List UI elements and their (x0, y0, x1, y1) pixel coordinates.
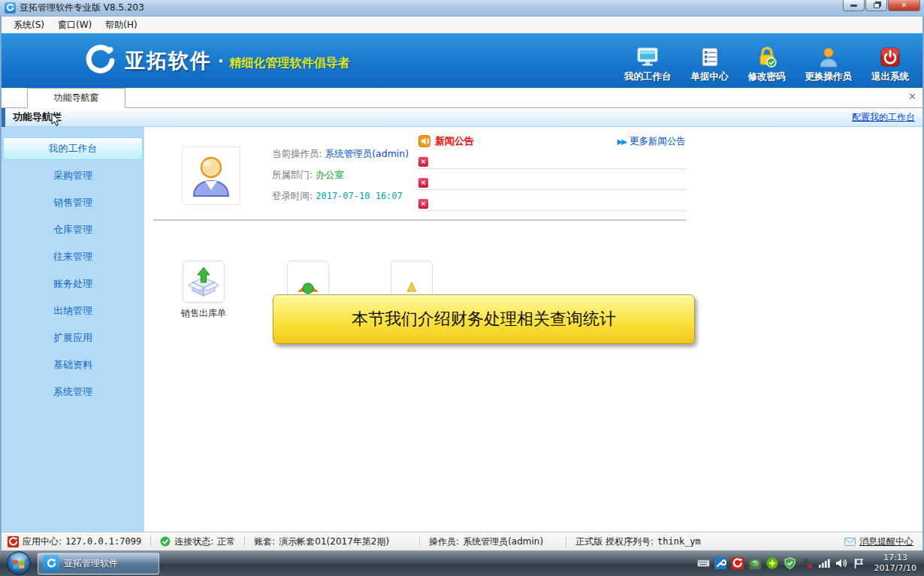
app-center-status: 应用中心: 127.0.0.1:7099 (8, 535, 141, 548)
tab-close-icon[interactable]: ✕ (908, 92, 916, 101)
windows-taskbar: 亚拓管理软件 (0, 550, 924, 576)
menu-help[interactable]: 帮助(H) (99, 17, 143, 33)
keyboard-icon[interactable] (697, 557, 710, 570)
sidebar-item-base-data[interactable]: 基础资料 (3, 354, 143, 376)
tutorial-callout: 本节我们介绍财务处理相关查询统计 (273, 294, 695, 344)
taskbar-app-icon (43, 555, 59, 571)
menu-bar: 系统(S) 窗口(W) 帮助(H) (2, 17, 922, 33)
license-serial: think_ym (657, 536, 701, 547)
menu-window[interactable]: 窗口(W) (52, 17, 98, 33)
window-frame: 系统(S) 窗口(W) 帮助(H) 亚拓软件 · 精细化管理软件倡导者 我的工作… (0, 17, 924, 550)
toolbar-switch-operator[interactable]: 更换操作员 (805, 46, 853, 83)
volume-icon[interactable] (835, 557, 848, 570)
application-window: 亚拓管理软件专业版 V8.5.203 ✕ 系统(S) 窗口(W) 帮助(H) 亚… (0, 0, 924, 576)
taskbar-app-button[interactable]: 亚拓管理软件 (38, 553, 159, 574)
tab-function-navigation[interactable]: 功能导航窗 (27, 88, 125, 108)
configure-workbench-link[interactable]: 配置我的工作台 (852, 111, 915, 124)
tray-wrench-icon[interactable] (714, 557, 727, 570)
sidebar-item-my-workbench[interactable]: 我的工作台 (3, 137, 143, 160)
document-center-icon (697, 46, 723, 68)
window-title: 亚拓管理软件专业版 V8.5.203 (20, 2, 144, 14)
system-tray: 17:13 2017/7/10 (697, 550, 921, 576)
toolbar-exit-system[interactable]: 退出系统 (871, 46, 909, 83)
operator-value: 系统管理员(admin) (325, 148, 409, 159)
user-info: 当前操作员: 系统管理员(admin) 所属部门: 办公室 登录时间: 2017… (272, 148, 409, 203)
app-center-address: 127.0.0.1:7099 (65, 536, 141, 547)
action-center-flag-icon[interactable] (853, 557, 865, 570)
toolbar-change-password[interactable]: 修改密码 (748, 46, 786, 83)
news-panel: 新闻公告 ▶▶ 更多新闻公告 × × × (418, 134, 686, 211)
menu-system[interactable]: 系统(S) (8, 17, 50, 33)
tray-yatuo-icon[interactable] (732, 557, 744, 570)
main-area: 我的工作台 采购管理 销售管理 仓库管理 往来管理 账务处理 出纳管理 扩展应用… (2, 127, 922, 532)
tray-green-box-icon[interactable] (749, 557, 762, 570)
exit-power-icon (877, 46, 903, 68)
envelope-icon (844, 538, 856, 546)
window-controls: ✕ (843, 0, 920, 11)
app-center-icon (8, 536, 19, 547)
news-item[interactable]: × (418, 178, 686, 190)
app-header: 亚拓软件 · 精细化管理软件倡导者 我的工作台 单据中心 (2, 33, 922, 88)
section-divider (153, 219, 686, 221)
sidebar-item-contacts[interactable]: 往来管理 (3, 246, 143, 268)
start-button[interactable] (6, 550, 32, 576)
change-password-lock-icon (754, 46, 780, 68)
news-header: 新闻公告 ▶▶ 更多新闻公告 (418, 134, 686, 148)
minimize-button[interactable] (843, 0, 865, 11)
mouse-cursor (51, 113, 61, 129)
toolbar-document-center[interactable]: 单据中心 (691, 46, 729, 83)
operator-row: 当前操作员: 系统管理员(admin) (272, 148, 409, 161)
clock-time: 17:13 (874, 553, 916, 563)
callout-text: 本节我们介绍财务处理相关查询统计 (352, 308, 616, 330)
status-operator-value: 系统管理员(admin) (463, 535, 543, 548)
brand-name: 亚拓软件 (125, 47, 212, 74)
sidebar-item-purchase[interactable]: 采购管理 (3, 164, 143, 187)
workspace-content: 当前操作员: 系统管理员(admin) 所属部门: 办公室 登录时间: 2017… (144, 127, 922, 532)
taskbar-clock[interactable]: 17:13 2017/7/10 (874, 553, 916, 574)
login-time-row: 登录时间: 2017-07-10 16:07 (272, 190, 409, 203)
license-status: 正式版 授权序列号: think_ym (575, 535, 701, 548)
more-news-link[interactable]: ▶▶ 更多新闻公告 (618, 135, 686, 148)
connection-status: 连接状态: 正常 (160, 535, 235, 548)
sidebar-item-warehouse[interactable]: 仓库管理 (3, 219, 143, 241)
tray-green-plus-icon[interactable] (766, 557, 779, 570)
sidebar-item-extensions[interactable]: 扩展应用 (3, 327, 143, 349)
status-bar: 应用中心: 127.0.0.1:7099 连接状态: 正常 账套: 演示帐套01… (2, 532, 922, 550)
breadcrumb-bar: 功能导航栏 配置我的工作台 (2, 108, 922, 127)
network-signal-icon[interactable] (818, 557, 831, 570)
news-item-icon: × (418, 157, 428, 167)
account-set-status: 账套: 演示帐套01(2017年第2期) (254, 535, 389, 548)
brand-slogan: 精细化管理软件倡导者 (230, 51, 350, 71)
toolbar-my-workbench[interactable]: 我的工作台 (624, 46, 672, 83)
news-item-icon: × (418, 199, 428, 209)
connection-value: 正常 (217, 535, 235, 548)
sidebar-item-system[interactable]: 系统管理 (3, 381, 143, 403)
department-row: 所属部门: 办公室 (272, 169, 409, 182)
breadcrumb-accent (2, 108, 5, 127)
workbench-monitor-icon (635, 46, 660, 68)
sales-outbound-box-icon (183, 261, 225, 303)
titlebar: 亚拓管理软件专业版 V8.5.203 ✕ (0, 0, 924, 17)
sidebar-item-sales[interactable]: 销售管理 (3, 191, 143, 214)
connection-ok-icon (160, 536, 171, 547)
message-center-link[interactable]: 消息提醒中心 (844, 535, 913, 548)
operator-status: 操作员: 系统管理员(admin) (429, 535, 543, 548)
tray-power-plug-icon[interactable] (801, 557, 814, 570)
app-logo-icon (5, 2, 16, 14)
news-item-icon: × (418, 178, 428, 188)
news-title: 新闻公告 (435, 134, 474, 148)
avatar (182, 146, 240, 205)
shortcut-label: 销售出库单 (177, 307, 230, 320)
account-set-value: 演示帐套01(2017年第2期) (279, 535, 389, 548)
news-item[interactable]: × (418, 157, 686, 169)
news-item[interactable]: × (418, 199, 686, 211)
sidebar-item-cashier[interactable]: 出纳管理 (3, 300, 143, 322)
tray-shield-icon[interactable] (784, 557, 796, 570)
brand-separator: · (218, 52, 224, 70)
navigation-sidebar: 我的工作台 采购管理 销售管理 仓库管理 往来管理 账务处理 出纳管理 扩展应用… (2, 127, 144, 532)
restore-button[interactable] (865, 0, 887, 11)
shortcut-sales-outbound[interactable]: 销售出库单 (177, 261, 230, 320)
double-arrow-icon: ▶▶ (618, 137, 626, 146)
close-button[interactable]: ✕ (888, 0, 920, 11)
sidebar-item-accounting[interactable]: 账务处理 (3, 273, 143, 295)
